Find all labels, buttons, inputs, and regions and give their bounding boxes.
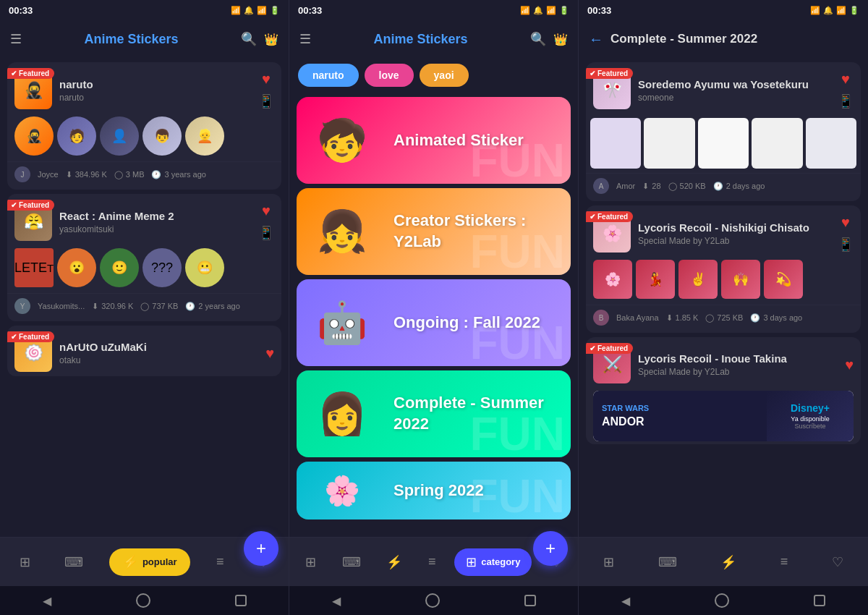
detail-top-bar: ← Complete - Summer 2022 bbox=[579, 20, 868, 58]
recents-btn-android-2[interactable] bbox=[524, 595, 536, 606]
menu-icon-2[interactable]: ☰ bbox=[299, 31, 311, 47]
cat-card-animated[interactable]: 🧒 Animated Sticker FUN bbox=[297, 97, 571, 184]
cat-card-complete[interactable]: 👩 Complete - Summer 2022 FUN bbox=[297, 370, 571, 457]
tag-love[interactable]: love bbox=[365, 64, 414, 87]
downloads-soredemo: ⬇ 28 bbox=[642, 182, 660, 191]
nav-popular-1[interactable]: ⚡ popular bbox=[109, 548, 190, 576]
nav-keyboard-3[interactable]: ⌨ bbox=[651, 548, 684, 576]
nav-lightning-3[interactable]: ⚡ bbox=[713, 548, 744, 576]
back-btn-android-2[interactable]: ◀ bbox=[332, 594, 341, 608]
cat-card-creator[interactable]: 👧 Creator Stickers : Y2Lab FUN bbox=[297, 188, 571, 275]
author-avatar-react: Y bbox=[14, 298, 30, 314]
time-2: 00:33 bbox=[298, 5, 322, 16]
crown-icon-1[interactable]: 👑 bbox=[264, 33, 278, 46]
cast-icon-2: 📶 bbox=[520, 6, 530, 15]
nav-grid-2[interactable]: ⊞ bbox=[298, 548, 323, 576]
card-react-anime[interactable]: ✔ Featured 😤 React : Anime Meme 2 yasuko… bbox=[7, 194, 281, 321]
time-3: 00:33 bbox=[587, 5, 611, 16]
nav-keyboard-1[interactable]: ⌨ bbox=[57, 548, 90, 576]
sticker-4 bbox=[752, 118, 802, 169]
card-title-react: React : Anime Meme 2 bbox=[59, 210, 258, 223]
preview-chisato-2: 💃 bbox=[636, 260, 675, 299]
card-lycoris-chisato[interactable]: ✔ Featured 🌸 Lycoris Recoil - Nishikigi … bbox=[586, 205, 861, 333]
heart-takina[interactable]: ♥ bbox=[845, 357, 854, 373]
sticker-3 bbox=[698, 118, 749, 169]
card-info-naruto2: nArUtO uZuMaKi otaku bbox=[59, 341, 265, 365]
sticker-list-content: ✔ Featured 🥷 naruto naruto ♥ 📱 🥷 🧑 👤 👦 bbox=[0, 58, 289, 537]
card-title-takina: Lycoris Recoil - Inoue Takina bbox=[638, 352, 845, 365]
tag-yaoi[interactable]: yaoi bbox=[420, 64, 469, 87]
home-btn-android-3[interactable] bbox=[715, 593, 729, 608]
card-title-chisato: Lycoris Recoil - Nishikigi Chisato bbox=[638, 221, 838, 234]
card-subtitle-react: yasukomitsuki bbox=[59, 224, 258, 234]
whatsapp-naruto[interactable]: 📱 bbox=[258, 93, 274, 109]
whatsapp-react[interactable]: 📱 bbox=[258, 225, 274, 241]
card-soredemo[interactable]: ✔ Featured 🎌 Soredemo Ayumu wa Yosetekur… bbox=[586, 62, 861, 201]
downloads-react: ⬇ 320.96 K bbox=[92, 302, 133, 311]
home-btn-android-2[interactable] bbox=[425, 593, 440, 608]
nav-category-2[interactable]: ⊞ category bbox=[454, 548, 532, 576]
bottom-nav-3: ⊞ ⌨ ⚡ ≡ ♡ bbox=[579, 537, 868, 586]
card-subtitle-chisato: Special Made by Y2Lab bbox=[638, 236, 838, 246]
back-btn-android-3[interactable]: ◀ bbox=[621, 594, 630, 608]
nav-list-2[interactable]: ≡ bbox=[421, 548, 443, 575]
card-lycoris-takina[interactable]: ✔ Featured ⚔️ Lycoris Recoil - Inoue Tak… bbox=[586, 337, 861, 444]
cat-watermark-ongoing: FUN bbox=[469, 320, 571, 366]
wifi-icon-2: 📶 bbox=[546, 6, 556, 15]
featured-badge-naruto2: ✔ Featured bbox=[7, 331, 54, 342]
cat-img-animated: 🧒 bbox=[302, 101, 382, 180]
panel-sticker-list: 00:33 📶 🔔 📶 🔋 ☰ Anime Stickers 🔍 👑 ✔ Fea… bbox=[0, 0, 289, 615]
recents-btn-android-3[interactable] bbox=[814, 595, 825, 606]
fab-add-2[interactable]: + bbox=[533, 531, 568, 566]
time-react: 🕐 2 years ago bbox=[185, 302, 239, 311]
cat-card-ongoing[interactable]: 🤖 Ongoing : Fall 2022 FUN bbox=[297, 279, 571, 366]
cat-watermark-creator: FUN bbox=[469, 229, 571, 275]
featured-badge-chisato: ✔ Featured bbox=[586, 211, 633, 222]
preview-chisato-5: 💫 bbox=[764, 260, 803, 299]
app-title-1: Anime Stickers bbox=[22, 32, 241, 47]
fab-add-1[interactable]: + bbox=[244, 531, 278, 566]
nav-heart-3[interactable]: ♡ bbox=[825, 548, 851, 576]
search-icon-2[interactable]: 🔍 bbox=[530, 31, 546, 47]
preview-chisato-4: 🙌 bbox=[721, 260, 760, 299]
recents-btn-android-1[interactable] bbox=[235, 595, 247, 606]
downloads-naruto: ⬇ 384.96 K bbox=[66, 170, 107, 179]
nav-grid-3[interactable]: ⊞ bbox=[596, 548, 621, 576]
downloads-chisato: ⬇ 1.85 K bbox=[666, 313, 699, 323]
heart-react[interactable]: ♥ bbox=[262, 203, 271, 219]
heart-naruto2[interactable]: ♥ bbox=[265, 345, 274, 362]
back-button[interactable]: ← bbox=[589, 31, 603, 48]
home-btn-android-1[interactable] bbox=[136, 593, 150, 608]
status-icons-1: 📶 🔔 📶 🔋 bbox=[231, 6, 280, 15]
heart-soredemo[interactable]: ♥ bbox=[841, 71, 850, 88]
status-bar-3: 00:33 📶 🔔 📶 🔋 bbox=[579, 0, 868, 20]
whatsapp-soredemo[interactable]: 📱 bbox=[838, 93, 854, 109]
search-icon-1[interactable]: 🔍 bbox=[241, 31, 257, 47]
crown-icon-2[interactable]: 👑 bbox=[553, 33, 568, 46]
nav-lightning-2[interactable]: ⚡ bbox=[379, 548, 409, 576]
wifi-icon-1: 📶 bbox=[257, 6, 267, 15]
cat-card-spring[interactable]: 🌸 Spring 2022 FUN bbox=[297, 462, 571, 519]
battery-icon-1: 🔋 bbox=[270, 6, 280, 15]
whatsapp-chisato[interactable]: 📱 bbox=[838, 237, 854, 253]
menu-icon-1[interactable]: ☰ bbox=[10, 31, 22, 47]
heart-naruto[interactable]: ♥ bbox=[262, 71, 271, 88]
top-bar-1: ☰ Anime Stickers 🔍 👑 bbox=[0, 20, 289, 58]
card-naruto[interactable]: ✔ Featured 🥷 naruto naruto ♥ 📱 🥷 🧑 👤 👦 bbox=[7, 62, 281, 190]
tag-naruto[interactable]: naruto bbox=[298, 64, 359, 87]
nav-list-1[interactable]: ≡ bbox=[209, 548, 231, 575]
nav-grid-1[interactable]: ⊞ bbox=[12, 548, 38, 576]
cat-img-creator: 👧 bbox=[302, 192, 382, 271]
cat-watermark-animated: FUN bbox=[469, 137, 571, 184]
cat-img-ongoing: 🤖 bbox=[302, 283, 382, 362]
card-subtitle-takina: Special Made by Y2Lab bbox=[638, 367, 845, 377]
back-btn-android-1[interactable]: ◀ bbox=[43, 594, 51, 608]
signal-icon-1: 🔔 bbox=[244, 6, 254, 15]
ad-banner[interactable]: STAR WARS ANDOR Disney+ Ya disponible Su… bbox=[593, 391, 854, 441]
heart-chisato[interactable]: ♥ bbox=[841, 214, 850, 231]
preview-thumb-5: 👱 bbox=[185, 116, 224, 156]
nav-list-3[interactable]: ≡ bbox=[773, 548, 796, 575]
card-naruto-uzumaki[interactable]: ✔ Featured 🍥 nArUtO uZuMaKi otaku ♥ bbox=[7, 326, 281, 376]
nav-keyboard-2[interactable]: ⌨ bbox=[335, 548, 368, 576]
cast-icon-1: 📶 bbox=[231, 6, 241, 15]
